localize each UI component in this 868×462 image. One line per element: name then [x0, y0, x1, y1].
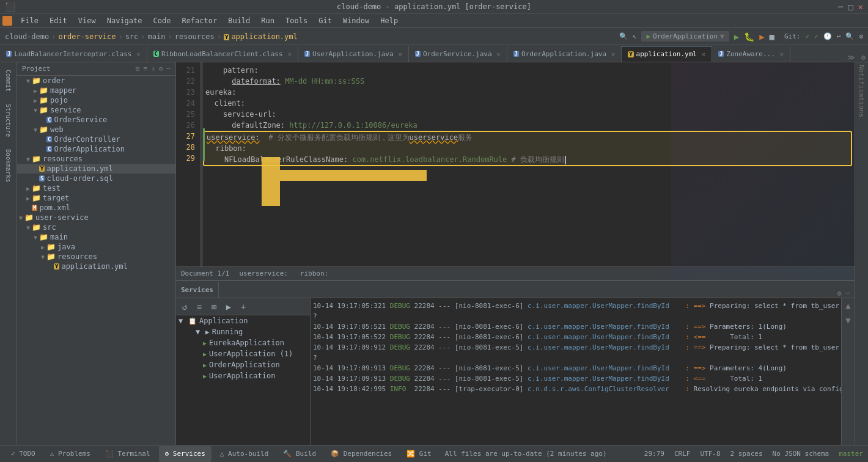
tree-item-ordercontroller[interactable]: C OrderController	[17, 134, 175, 144]
statusbar-problems-btn[interactable]: ⚠ Problems	[44, 446, 97, 462]
tree-item-java2[interactable]: ▶ 📁 java	[17, 242, 175, 252]
menu-view[interactable]: View	[73, 15, 101, 26]
tab-application-yml[interactable]: Y application.yml ✕	[622, 46, 712, 62]
statusbar-terminal-btn[interactable]: ⬛ Terminal	[99, 446, 156, 462]
menu-build[interactable]: Build	[223, 15, 255, 26]
svc-tree-item-running[interactable]: ▼ ▶ Running	[176, 326, 310, 337]
tree-item-cloud-order-sql[interactable]: S cloud-order.sql	[17, 174, 175, 183]
tab-zone-aware[interactable]: J ZoneAware... ✕	[712, 46, 790, 62]
git-branch[interactable]: master	[839, 450, 863, 458]
tree-item-pom[interactable]: M pom.xml	[17, 203, 175, 213]
tree-item-application-yml2[interactable]: Y application.yml	[17, 262, 175, 271]
debug-button[interactable]: 🐛	[744, 32, 754, 42]
tree-item-order[interactable]: ▼ 📁 order	[17, 76, 175, 86]
menu-tools[interactable]: Tools	[281, 15, 312, 26]
breadcrumb-order-service[interactable]: order-service	[58, 32, 116, 41]
tab-close-7[interactable]: ✕	[780, 51, 784, 57]
cursor-position[interactable]: 29:79	[644, 450, 664, 458]
statusbar-git-btn[interactable]: 🔀 Git	[400, 446, 438, 462]
code-content[interactable]: pattern: dateformat: MM-dd HH:mm:ss:SSS …	[200, 62, 855, 266]
tab-order-application[interactable]: J OrderApplication.java ✕	[507, 46, 622, 62]
tree-item-user-service[interactable]: ▼ 📁 user-service	[17, 213, 175, 222]
statusbar-services-btn[interactable]: ⚙ Services	[159, 446, 211, 462]
tree-item-service[interactable]: ▼ 📁 service	[17, 105, 175, 115]
encoding[interactable]: UTF-8	[700, 450, 720, 458]
svc-tree-item-application[interactable]: ▼ 📋 Application	[176, 315, 310, 326]
svc-tree-item-eureka[interactable]: ▶ EurekaApplication	[176, 337, 310, 348]
tree-item-mapper[interactable]: ▶ 📁 mapper	[17, 86, 175, 95]
statusbar-todo-btn[interactable]: ✓ TODO	[5, 446, 42, 462]
statusbar-build-btn[interactable]: 🔨 Build	[277, 446, 322, 462]
undo-icon[interactable]: ↩	[837, 32, 841, 40]
svc-tree-item-userapplication1[interactable]: ▶ UserApplication (1)	[176, 348, 310, 359]
code-editor[interactable]: 21 22 23 24 25 26 27 28 29	[176, 62, 855, 280]
find-icon[interactable]: 🔍	[845, 32, 854, 40]
notifications-label[interactable]: Notifications	[858, 65, 866, 117]
tree-item-src2[interactable]: ▼ 📁 src	[17, 222, 175, 232]
sidebar-gear-icon[interactable]: ⚙	[159, 65, 163, 73]
menu-code[interactable]: Code	[149, 15, 176, 26]
tree-item-resources2[interactable]: ▼ 📁 resources	[17, 252, 175, 262]
structure-icon[interactable]: Structure	[4, 101, 13, 139]
bottom-settings-icon[interactable]: ⚙	[837, 289, 842, 298]
tab-close-4[interactable]: ✕	[497, 51, 501, 57]
svc-tree-item-userapplication[interactable]: ▶ UserApplication	[176, 370, 310, 381]
sidebar-collapse-icon[interactable]: ↕	[151, 65, 155, 73]
close-button[interactable]: ✕	[858, 2, 863, 12]
breadcrumb-resources[interactable]: resources	[175, 32, 215, 41]
tree-item-resources[interactable]: ▼ 📁 resources	[17, 154, 175, 164]
breadcrumb-file[interactable]: Yapplication.yml	[224, 32, 298, 41]
tree-item-web[interactable]: ▼ 📁 web	[17, 125, 175, 134]
menu-run[interactable]: Run	[256, 15, 279, 26]
sidebar-minimize-icon[interactable]: ─	[166, 65, 171, 73]
tab-close-1[interactable]: ✕	[136, 51, 140, 57]
bottom-minimize-icon[interactable]: ─	[845, 289, 850, 298]
menu-edit[interactable]: Edit	[45, 15, 72, 26]
breadcrumb-src[interactable]: src	[125, 32, 139, 41]
tab-close-2[interactable]: ✕	[288, 51, 292, 57]
breadcrumb-main[interactable]: main	[148, 32, 166, 41]
tab-loadbalancer-interceptor[interactable]: J LoadBalancerInterceptor.class ✕	[0, 46, 147, 62]
cursor-icon[interactable]: ↖	[633, 32, 637, 40]
statusbar-dependencies-btn[interactable]: 📦 Dependencies	[325, 446, 398, 462]
menu-refactor[interactable]: Refactor	[177, 15, 222, 26]
tab-close-3[interactable]: ✕	[399, 51, 402, 57]
menu-git[interactable]: Git	[314, 15, 337, 26]
tabs-settings-button[interactable]: ⚙	[859, 53, 868, 62]
bookmarks-icon[interactable]: Bookmarks	[4, 147, 13, 185]
tab-order-service[interactable]: J OrderService.java ✕	[409, 46, 507, 62]
tree-item-orderservice[interactable]: C OrderService	[17, 115, 175, 125]
breadcrumb-cloud-demo[interactable]: cloud-demo	[5, 32, 49, 41]
svc-run-all-icon[interactable]: ▶	[223, 302, 235, 312]
menu-window[interactable]: Window	[338, 15, 374, 26]
tree-item-main2[interactable]: ▼ 📁 main	[17, 232, 175, 242]
stop-button[interactable]: ■	[770, 32, 774, 42]
run-button[interactable]: ▶	[734, 32, 739, 42]
statusbar-autobuild-btn[interactable]: △ Auto-build	[214, 446, 274, 462]
log-output-panel[interactable]: 10-14 19:17:05:321 DEBUG 22284 --- [nio-…	[311, 298, 841, 445]
run-config-selector[interactable]: ▶ OrderApplication ▼	[641, 31, 729, 42]
maximize-button[interactable]: □	[848, 2, 853, 12]
search-everywhere-icon[interactable]: 🔍	[619, 32, 628, 40]
tree-item-test[interactable]: ▶ 📁 test	[17, 183, 175, 193]
svc-tree-item-orderapplication[interactable]: ▶ OrderApplication	[176, 359, 310, 370]
scroll-down-icon[interactable]: ▼	[845, 315, 850, 325]
tab-ribbon-loadbalancer[interactable]: C RibbonLoadBalancerClient.class ✕	[147, 46, 298, 62]
menu-file[interactable]: File	[16, 15, 43, 26]
tree-item-target[interactable]: ▶ 📁 target	[17, 193, 175, 203]
svc-collapse-icon[interactable]: ≡	[193, 302, 205, 312]
menu-navigate[interactable]: Navigate	[102, 15, 147, 26]
tree-item-application-yml[interactable]: Y application.yml	[17, 164, 175, 174]
tabs-overflow-button[interactable]: ≫	[844, 53, 859, 62]
svc-refresh-icon[interactable]: ↺	[178, 302, 191, 312]
run-with-coverage-button[interactable]: ▶	[759, 32, 764, 42]
sidebar-sort-icon[interactable]: ≡	[144, 65, 148, 73]
scroll-up-icon[interactable]: ▲	[845, 301, 850, 310]
tab-close-6[interactable]: ✕	[702, 51, 705, 57]
settings-icon[interactable]: ⚙	[859, 32, 863, 40]
line-sep[interactable]: CRLF	[674, 450, 691, 458]
tab-close-5[interactable]: ✕	[611, 51, 615, 57]
schema-info[interactable]: No JSON schema	[773, 450, 829, 458]
commit-icon[interactable]: Commit	[4, 67, 13, 94]
minimize-button[interactable]: ─	[838, 2, 843, 12]
